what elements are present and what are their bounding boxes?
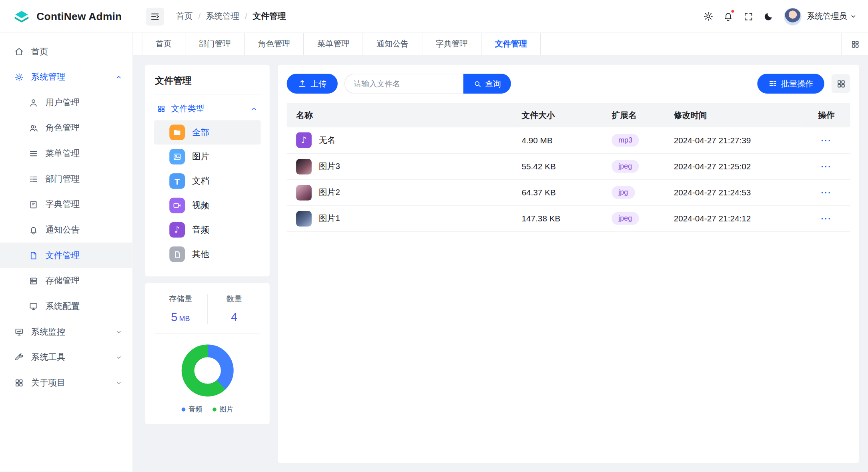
- column-header-ext: 扩展名: [605, 103, 667, 127]
- file-type-image[interactable]: 图片: [154, 145, 261, 169]
- sidebar-item-system-config[interactable]: 系统配置: [0, 293, 132, 319]
- sidebar-collapse-button[interactable]: [146, 8, 164, 25]
- fullscreen-button[interactable]: [738, 6, 758, 26]
- sidebar-item-label: 用户管理: [45, 96, 80, 108]
- breadcrumb-system[interactable]: 系统管理: [206, 11, 239, 22]
- avatar[interactable]: [784, 8, 801, 25]
- users-icon: [29, 123, 39, 133]
- wrench-icon: [14, 352, 24, 362]
- tab-notice[interactable]: 通知公告: [363, 33, 422, 55]
- sidebar-item-file-management[interactable]: 文件管理: [0, 243, 132, 268]
- sidebar-item-system-tools[interactable]: 系统工具: [0, 344, 132, 370]
- sidebar-item-notice[interactable]: 通知公告: [0, 217, 132, 243]
- chevron-down-icon: [115, 328, 122, 335]
- file-type-document[interactable]: T 文档: [154, 169, 261, 193]
- monitor-icon: [29, 301, 39, 311]
- chevron-down-icon: [115, 379, 122, 386]
- image-thumbnail: [296, 211, 312, 226]
- fullscreen-icon: [743, 11, 753, 21]
- breadcrumb-current: 文件管理: [253, 11, 286, 22]
- storage-stats-card: 存储量 5MB 数量 4: [145, 283, 269, 424]
- file-type-audio[interactable]: ♪ 音频: [154, 218, 261, 242]
- file-type-label: 图片: [192, 151, 209, 163]
- page-content: 文件管理 文件类型 全部: [133, 55, 868, 472]
- file-size: 64.37 KB: [515, 179, 605, 205]
- table-row[interactable]: 图片3 55.42 KB jpeg 2024-04-27 21:25:02 ··…: [287, 153, 850, 179]
- dark-mode-button[interactable]: [758, 6, 778, 26]
- tab-home[interactable]: 首页: [142, 33, 185, 55]
- breadcrumb: 首页 / 系统管理 / 文件管理: [176, 11, 286, 22]
- legend-label: 图片: [219, 405, 233, 414]
- count-stat: 数量 4: [207, 294, 261, 324]
- grid-small-icon: [157, 104, 166, 113]
- table-row[interactable]: 图片1 147.38 KB jpeg 2024-04-27 21:24:12 ·…: [287, 205, 850, 231]
- chevron-down-icon: [850, 13, 857, 20]
- sidebar-item-label: 角色管理: [45, 122, 80, 134]
- storage-donut: [181, 344, 233, 396]
- file-type-all[interactable]: 全部: [154, 120, 261, 145]
- upload-icon: [298, 79, 307, 88]
- tab-actions-button[interactable]: [842, 33, 868, 55]
- storage-icon: [29, 276, 39, 286]
- file-type-label: 音频: [192, 224, 209, 236]
- app-logo-area[interactable]: ContiNew Admin: [0, 7, 133, 26]
- row-actions-button[interactable]: ···: [821, 162, 832, 171]
- query-button[interactable]: 查询: [463, 74, 511, 94]
- notifications-button[interactable]: [718, 6, 738, 26]
- breadcrumb-home[interactable]: 首页: [176, 11, 192, 22]
- sidebar-item-system-management[interactable]: 系统管理: [0, 64, 132, 90]
- menu-lines-icon: [29, 149, 39, 158]
- tab-file-management[interactable]: 文件管理: [481, 33, 541, 55]
- batch-actions-button[interactable]: 批量操作: [757, 74, 824, 94]
- tab-role[interactable]: 角色管理: [245, 33, 304, 55]
- file-name: 图片1: [319, 213, 340, 224]
- legend-label: 音频: [188, 405, 202, 414]
- user-menu[interactable]: 系统管理员: [807, 11, 857, 22]
- sidebar-item-label: 部门管理: [45, 173, 80, 185]
- sidebar-item-home[interactable]: 首页: [0, 39, 132, 64]
- sidebar-item-storage-management[interactable]: 存储管理: [0, 268, 132, 294]
- search-input[interactable]: [344, 74, 463, 94]
- row-actions-button[interactable]: ···: [821, 188, 832, 197]
- sidebar-item-dict-management[interactable]: 字典管理: [0, 192, 132, 217]
- storage-value: 5: [171, 311, 177, 323]
- row-actions-button[interactable]: ···: [821, 214, 832, 223]
- chevron-down-icon: [115, 353, 122, 361]
- file-type-video[interactable]: 视频: [154, 193, 261, 218]
- sidebar-item-label: 首页: [31, 46, 48, 57]
- sidebar-item-user-management[interactable]: 用户管理: [0, 90, 132, 115]
- table-row[interactable]: 图片2 64.37 KB jpg 2024-04-27 21:24:53 ···: [287, 179, 850, 205]
- settings-button[interactable]: [698, 6, 718, 26]
- file-type-section-toggle[interactable]: 文件类型: [154, 95, 261, 120]
- row-actions-button[interactable]: ···: [821, 136, 832, 145]
- tab-department[interactable]: 部门管理: [185, 33, 245, 55]
- sidebar-item-label: 菜单管理: [45, 148, 80, 159]
- image-thumbnail: [296, 185, 312, 200]
- column-header-size: 文件大小: [515, 103, 605, 127]
- storage-stat: 存储量 5MB: [154, 294, 207, 324]
- file-type-label: 视频: [192, 200, 209, 211]
- tab-dict[interactable]: 字典管理: [422, 33, 481, 55]
- file-type-other[interactable]: 其他: [154, 242, 261, 266]
- folder-icon: [169, 125, 185, 140]
- sidebar-item-label: 系统配置: [45, 300, 80, 312]
- grid-icon: [850, 40, 859, 48]
- modified-time: 2024-04-27 21:27:39: [667, 127, 802, 153]
- file-size: 4.90 MB: [515, 127, 605, 153]
- toolbar-right: 批量操作: [757, 74, 850, 94]
- tab-menu[interactable]: 菜单管理: [304, 33, 363, 55]
- sidebar-item-department-management[interactable]: 部门管理: [0, 166, 132, 192]
- view-toggle-button[interactable]: [832, 74, 850, 93]
- sidebar-item-about-project[interactable]: 关于项目: [0, 370, 132, 396]
- modified-time: 2024-04-27 21:25:02: [667, 153, 802, 179]
- extension-badge: jpeg: [612, 160, 639, 173]
- file-type-card: 文件管理 文件类型 全部: [145, 65, 269, 276]
- sidebar-item-system-monitor[interactable]: 系统监控: [0, 319, 132, 345]
- app-root: ContiNew Admin 首页 / 系统管理 / 文件管理: [0, 0, 868, 472]
- upload-button[interactable]: 上传: [287, 74, 338, 94]
- sidebar-item-role-management[interactable]: 角色管理: [0, 115, 132, 141]
- sidebar-item-menu-management[interactable]: 菜单管理: [0, 141, 132, 166]
- storage-chart: 音频 图片: [154, 344, 261, 414]
- table-row[interactable]: ♪ 无名 4.90 MB mp3 2024-04-27 21:27:39 ···: [287, 127, 850, 153]
- extension-badge: jpg: [612, 186, 635, 199]
